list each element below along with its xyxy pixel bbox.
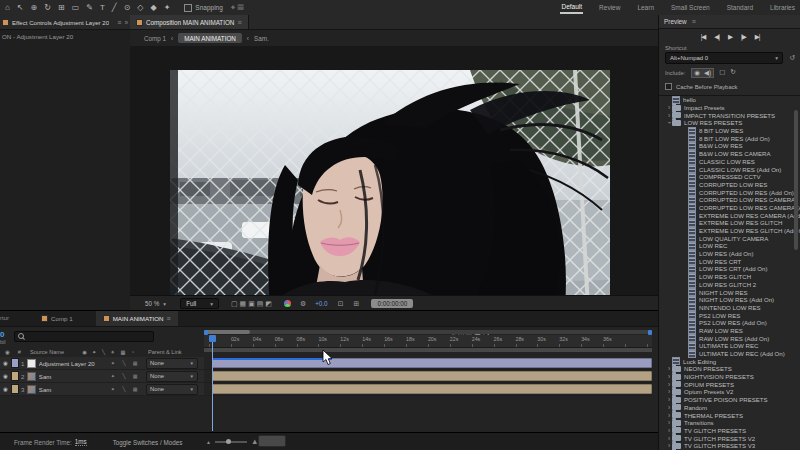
effects-list-item[interactable]: › TV GLITCH PRESETS V3 (659, 442, 800, 450)
source-name-column-header[interactable]: Source Name (30, 349, 64, 355)
effects-list-item[interactable]: hello (659, 96, 800, 104)
reset-icon[interactable]: ↺ (789, 54, 795, 62)
timeline-options-button[interactable] (258, 435, 286, 447)
effects-list-item[interactable]: ULTIMATE LOW REC (Add On) (659, 350, 800, 358)
effects-list-item[interactable]: 8 BIT LOW RES (Add On) (659, 134, 800, 142)
effects-list-item[interactable]: LOW RES GLITCH 2 (659, 281, 800, 289)
navigator-end-handle[interactable] (648, 330, 652, 335)
show-snapshot-icon[interactable]: ⊞ (354, 300, 360, 308)
composition-tab[interactable]: Composition MAIN ANIMATION ≡ (130, 15, 249, 29)
effects-list-item[interactable]: › NEON PRESETS (659, 365, 800, 373)
current-timecode[interactable]: 0:00:00:00 (371, 299, 413, 308)
loop-icon[interactable]: ↻ (730, 68, 735, 78)
panel-menu-icon[interactable]: ≡ (692, 18, 696, 25)
effects-list-item[interactable]: LOW RES (Add On) (659, 250, 800, 258)
view-option-icons[interactable]: ▢ ▦ ▣ ▤ ◩ (231, 300, 272, 308)
effects-list-item[interactable]: LOW REC (659, 242, 800, 250)
toolbar-tool-icon[interactable]: ◆ (151, 0, 157, 15)
effect-controls-tab[interactable]: Effect Controls Adjustment Layer 20 (12, 19, 109, 26)
frame-render-time-value[interactable]: 1ms (75, 438, 87, 446)
parent-link-dropdown[interactable]: None ▼ (146, 384, 198, 395)
breadcrumb-active-comp[interactable]: MAIN ANIMATION (178, 33, 242, 43)
effects-list-item[interactable]: RAW LOW RES (659, 327, 800, 335)
layer-duration-bar[interactable] (212, 384, 652, 394)
parent-link-dropdown[interactable]: None ▼ (146, 358, 198, 369)
work-area-bar[interactable] (204, 348, 652, 352)
time-ruler[interactable]: 0s02s04s06s08s10s12s14s16s18s20s22s24s26… (204, 335, 652, 348)
toggle-switches-button[interactable]: Toggle Switches / Modes (113, 439, 183, 446)
effects-list-item[interactable]: EXTREME LOW RES GLITCH (659, 219, 800, 227)
cache-before-playback-checkbox[interactable] (665, 83, 672, 90)
toolbar-tool-icon[interactable]: ✎ (86, 0, 93, 15)
breadcrumb-comp[interactable]: Comp 1 (144, 35, 166, 42)
toolbar-tool-icon[interactable]: ✦ (164, 0, 171, 15)
layer-eye-icon[interactable]: ◉ (3, 360, 8, 366)
layer-name[interactable]: Adjustment Layer 20 (39, 360, 111, 367)
effects-list-item[interactable]: CORRUPTED LOW RES (659, 181, 800, 189)
effects-list-item[interactable]: Luck Editing (659, 357, 800, 365)
effects-list-item[interactable]: B&W LOW RES CAMERA (659, 150, 800, 158)
effects-list-item[interactable]: › Random (659, 404, 800, 412)
effects-list-item[interactable]: ULTIMATE LOW REC (659, 342, 800, 350)
panel-menu-icon[interactable]: ≡ (237, 19, 241, 26)
resolution-dropdown[interactable]: Full ▾ (180, 298, 219, 309)
panel-menu-icon[interactable]: ≡ (166, 315, 170, 322)
effects-list-item[interactable]: CORRUPTED LOW RES (Add On) (659, 188, 800, 196)
effects-list-item[interactable]: 8 BIT LOW RES (659, 127, 800, 135)
effects-list-item[interactable]: › IMPACT TRANSITION PRESETS (659, 111, 800, 119)
overlays-icon[interactable]: ▢ (719, 68, 725, 78)
toolbar-tool-icon[interactable]: ⊕ (31, 0, 38, 15)
transport-button[interactable]: |◀ (701, 33, 706, 41)
include-video-audio-icons[interactable]: ◉ ◀) (691, 68, 714, 78)
effects-list-item[interactable]: LOW RES CRT (659, 257, 800, 265)
effects-list-item[interactable]: PS2 LOW RES (Add On) (659, 319, 800, 327)
effects-list-item[interactable]: CLASSIC LOW RES (659, 158, 800, 166)
effects-list-item[interactable]: › Impact Presets (659, 104, 800, 112)
transport-button[interactable]: ▶ (728, 33, 732, 41)
layer-color-chip[interactable] (11, 384, 19, 394)
timeline-tab-main-animation[interactable]: MAIN ANIMATION ≡ (96, 311, 178, 326)
layer-name[interactable]: Sam (39, 386, 111, 393)
layer-color-chip[interactable] (11, 371, 19, 381)
workspace-tab[interactable]: Standard (726, 2, 754, 13)
speaker-icon[interactable]: ◀) (704, 69, 711, 77)
toolbar-tool-icon[interactable]: ↻ (44, 0, 51, 15)
effects-list-item[interactable]: CORRUPTED LOW RES CAMERA (Add On) (659, 204, 800, 212)
zoom-out-mountain-icon[interactable]: ▲ (206, 439, 211, 445)
effects-list-item[interactable]: › Opium Presets V2 (659, 388, 800, 396)
snapshot-camera-icon[interactable]: ⊡ (338, 300, 344, 308)
layer-eye-icon[interactable]: ◉ (3, 373, 8, 379)
transport-button[interactable]: ▶| (755, 33, 760, 41)
snapping-checkbox[interactable] (184, 4, 192, 12)
transport-button[interactable]: |▶ (741, 33, 746, 41)
layer-name[interactable]: Sam (39, 373, 111, 380)
workspace-tab[interactable]: Review (598, 2, 621, 13)
workspace-tab[interactable]: Small Screen (670, 2, 711, 13)
panel-overflow-icon[interactable]: » (124, 19, 128, 26)
breadcrumb-layer[interactable]: Sam. (254, 35, 269, 42)
toolbar-tool-icon[interactable]: ◇ (137, 0, 143, 15)
layer-switches-icons[interactable]: ✦ ╲ ▦ (111, 373, 141, 379)
effects-list-item[interactable]: PS2 LOW RES (659, 311, 800, 319)
eye-column-icon[interactable]: ◉ (5, 349, 10, 355)
zoom-slider-knob[interactable] (226, 439, 231, 444)
panel-menu-icon[interactable]: ≡ (117, 19, 121, 26)
timeline-search-input[interactable] (14, 331, 154, 342)
layer-color-chip[interactable] (11, 358, 19, 368)
effects-list-item[interactable]: CLASSIC LOW RES (Add On) (659, 165, 800, 173)
timeline-tab-comp1[interactable]: Comp 1 (34, 311, 80, 326)
exposure-value[interactable]: +0.0 (315, 300, 327, 307)
shortcut-dropdown[interactable]: Alt+Numpad 0 ▾ (665, 52, 783, 64)
workspace-tab[interactable]: Libraries (769, 2, 796, 13)
effects-list-item[interactable]: › Transitions (659, 419, 800, 427)
layer-row[interactable]: ◉ 2 Sam ✦ ╲ ▦ None ▼ (0, 370, 204, 383)
toolbar-tool-icon[interactable]: T (100, 0, 105, 15)
channel-icon[interactable] (284, 300, 291, 307)
effects-list-item[interactable]: › OPIUM PRESETS (659, 380, 800, 388)
composition-viewer[interactable] (170, 70, 610, 308)
effects-list-item[interactable]: NIGHT LOW RES (Add On) (659, 296, 800, 304)
effects-list-item[interactable]: NINTENDO LOW RES (659, 304, 800, 312)
time-navigator[interactable] (204, 330, 652, 334)
effects-list-item[interactable]: › THERMAL PRESETS (659, 411, 800, 419)
navigator-start-handle[interactable] (204, 330, 208, 335)
